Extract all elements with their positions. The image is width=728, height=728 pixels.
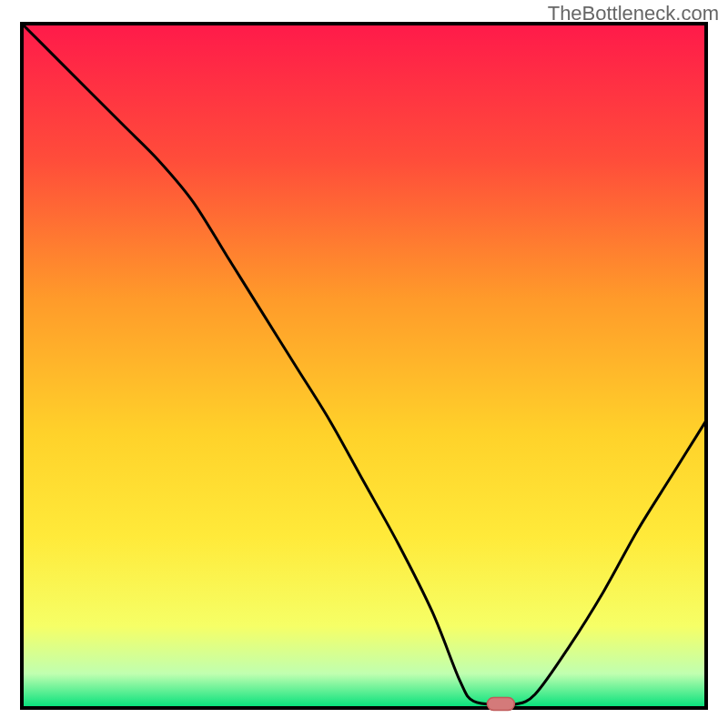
chart-container: TheBottleneck.com <box>0 0 728 728</box>
sweet-spot-marker <box>487 697 514 710</box>
watermark-text: TheBottleneck.com <box>548 2 719 25</box>
bottleneck-chart <box>0 0 728 728</box>
